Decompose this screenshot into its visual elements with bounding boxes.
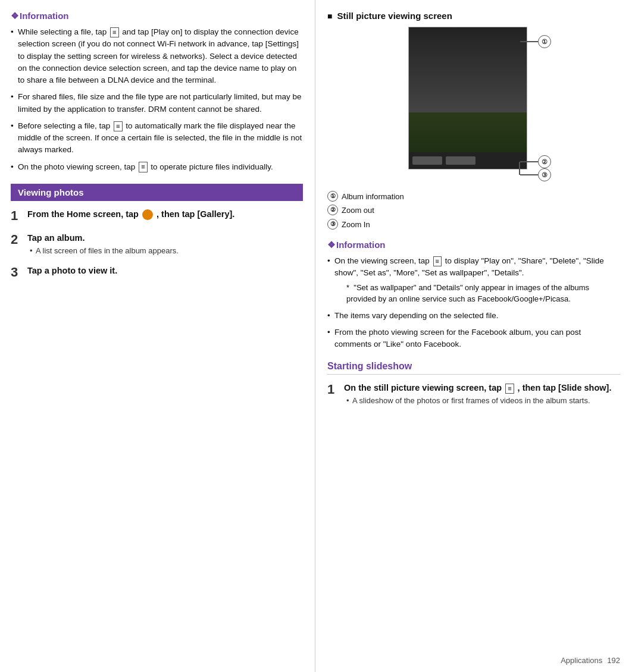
page-number: 192: [607, 656, 620, 665]
slideshow-heading: Starting slideshow: [327, 361, 620, 375]
legend-num-3: ③: [327, 219, 338, 230]
info-item-3: Before selecting a file, tap ≡ to automa…: [11, 120, 303, 156]
step-1: 1 From the Home screen, tap , then tap […: [11, 208, 303, 224]
legend-label-3: Zoom In: [342, 218, 370, 231]
callout-3: ③: [538, 168, 551, 181]
legend-num-1: ①: [327, 191, 338, 202]
legend-item-2: ② Zoom out: [327, 203, 620, 217]
step-2-content: Tap an album. A list screen of files in …: [27, 232, 303, 256]
step-1-number: 1: [11, 208, 27, 224]
step-3: 3 Tap a photo to view it.: [11, 265, 303, 280]
info-item-1: While selecting a file, tap ≡ and tap [P…: [11, 26, 303, 86]
legend-item-1: ① Album information: [327, 190, 620, 203]
callout-2: ②: [538, 155, 551, 168]
info-right-item-2: The items vary depending on the selected…: [327, 310, 620, 322]
menu-icon-2: ≡: [114, 121, 122, 131]
info-list-right: On the viewing screen, tap ≡ to display …: [327, 255, 620, 350]
still-legend: ① Album information ② Zoom out ③ Zoom In: [327, 190, 620, 231]
info-heading-right: Information: [327, 240, 620, 250]
still-picture-heading: Still picture viewing screen: [327, 11, 620, 21]
step-2-sub: A list screen of files in the album appe…: [27, 245, 303, 257]
info-right-item-1: On the viewing screen, tap ≡ to display …: [327, 255, 620, 305]
slideshow-step-1-number: 1: [327, 382, 344, 397]
left-column: Information While selecting a file, tap …: [0, 0, 315, 672]
slideshow-sub-1: A slideshow of the photos or first frame…: [352, 395, 620, 407]
info-item-4: On the photo viewing screen, tap ≡ to op…: [11, 161, 303, 173]
still-screen-wrapper: ① ② ③: [408, 27, 539, 181]
right-column: Still picture viewing screen ① ②: [315, 0, 632, 672]
sub-note-1: * "Set as wallpaper" and "Details" only …: [334, 282, 620, 305]
step-1-content: From the Home screen, tap , then tap [Ga…: [27, 208, 303, 221]
menu-icon-3: ≡: [139, 162, 147, 172]
slideshow-step-1-content: On the still picture viewing screen, tap…: [344, 382, 620, 406]
step-2-sub-1: A list screen of files in the album appe…: [36, 245, 303, 257]
still-screen-image: [408, 27, 527, 169]
step-3-number: 3: [11, 265, 27, 280]
callout-1: ①: [538, 35, 551, 48]
menu-icon-right-1: ≡: [433, 256, 442, 266]
slideshow-step-1: 1 On the still picture viewing screen, t…: [327, 382, 620, 406]
slideshow-step-1-title: On the still picture viewing screen, tap…: [344, 382, 620, 395]
viewing-photos-heading: Viewing photos: [11, 184, 303, 201]
slideshow-step-1-sub: A slideshow of the photos or first frame…: [344, 395, 620, 407]
info-list-left: While selecting a file, tap ≡ and tap [P…: [11, 26, 303, 173]
step-1-title: From the Home screen, tap , then tap [Ga…: [27, 208, 303, 221]
legend-num-2: ②: [327, 205, 338, 215]
step-2-number: 2: [11, 232, 27, 247]
legend-label-1: Album information: [342, 190, 404, 203]
step-3-title: Tap a photo to view it.: [27, 265, 303, 278]
footer-label: Applications: [561, 656, 602, 665]
info-item-2: For shared files, file size and the file…: [11, 91, 303, 115]
legend-item-3: ③ Zoom In: [327, 218, 620, 231]
menu-icon-slideshow: ≡: [505, 384, 514, 394]
step-2: 2 Tap an album. A list screen of files i…: [11, 232, 303, 256]
step-2-title: Tap an album.: [27, 232, 303, 245]
legend-label-2: Zoom out: [342, 203, 374, 217]
info-right-item-3: From the photo viewing screen for the Fa…: [327, 326, 620, 351]
info-heading-left: Information: [11, 11, 303, 21]
footer: Applications 192: [561, 656, 620, 665]
menu-icon-1: ≡: [110, 27, 118, 37]
step-3-content: Tap a photo to view it.: [27, 265, 303, 278]
